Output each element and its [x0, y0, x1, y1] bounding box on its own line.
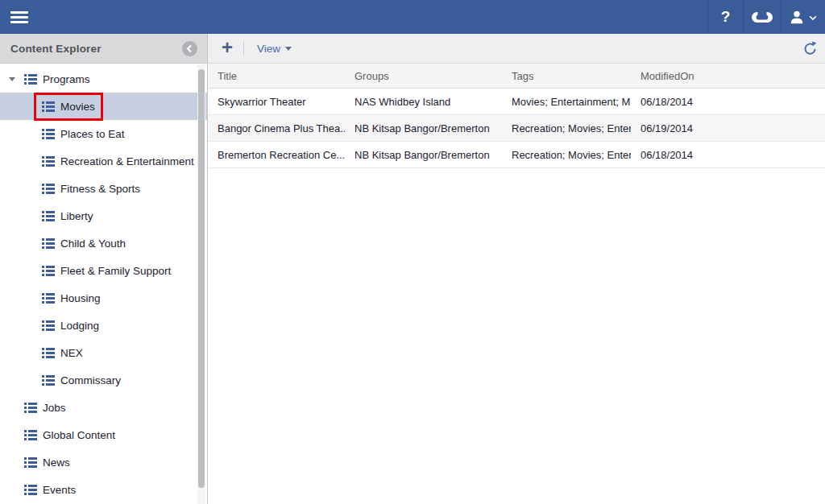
content-list-icon — [42, 156, 55, 167]
tree-item-label: Liberty — [60, 210, 93, 222]
tree-item-fitness-sports[interactable]: Fitness & Sports — [0, 175, 207, 202]
content-list-icon — [24, 485, 37, 495]
tree-item-label: Recreation & Entertainment — [60, 155, 194, 167]
cell-modified-on: 06/19/2014 — [631, 122, 825, 134]
add-button[interactable]: + — [222, 39, 233, 57]
tree-item-news[interactable]: News — [0, 448, 207, 476]
chevron-down-icon — [809, 10, 817, 24]
tree-item-fleet-family-support[interactable]: Fleet & Family Support — [0, 257, 207, 284]
tree-item-lodging[interactable]: Lodging — [0, 312, 207, 339]
tree-item-label: Global Content — [43, 429, 115, 441]
menu-hamburger-icon[interactable] — [10, 11, 28, 23]
tree-item-movies[interactable]: Movies — [0, 93, 207, 120]
tree-item-label: Housing — [60, 292, 101, 304]
content-list-icon — [42, 101, 55, 112]
content-list-icon — [42, 266, 55, 276]
column-header-tags[interactable]: Tags — [502, 70, 631, 82]
table-row[interactable]: Bremerton Recreation Ce... NB Kitsap Ban… — [208, 142, 825, 168]
tree-item-places-to-eat[interactable]: Places to Eat — [0, 120, 207, 147]
cell-title: Skywarrior Theater — [208, 96, 345, 108]
grid-header-row: TitleGroupsTagsModifiedOn — [208, 64, 825, 89]
cell-tags: Recreation; Movies; Enter... — [502, 149, 631, 161]
tree-item-nex[interactable]: NEX — [0, 339, 207, 366]
tree-item-liberty[interactable]: Liberty — [0, 202, 207, 229]
tree-item-commissary[interactable]: Commissary — [0, 366, 207, 394]
sidebar-title: Content Explorer — [10, 43, 102, 55]
user-menu-button[interactable] — [781, 0, 825, 34]
tree-item-recreation-entertainment[interactable]: Recreation & Entertainment — [0, 147, 207, 175]
refresh-icon — [802, 41, 818, 56]
sidebar-scrollbar-track[interactable] — [197, 64, 205, 504]
grid-body: Skywarrior Theater NAS Whidbey Island Mo… — [208, 89, 825, 168]
content-list-icon — [24, 74, 37, 85]
cell-groups: NAS Whidbey Island — [345, 96, 502, 108]
cell-tags: Movies; Entertainment; M... — [502, 96, 631, 108]
cell-groups: NB Kitsap Bangor/Bremerton — [345, 122, 502, 134]
tree-item-events[interactable]: Events — [0, 476, 207, 503]
annotation-highlight: Movies — [36, 95, 101, 118]
content-list-icon — [42, 320, 55, 331]
content-list-icon — [24, 430, 37, 440]
cell-title: Bremerton Recreation Ce... — [208, 149, 345, 161]
tree-item-label: NEX — [60, 347, 83, 359]
cell-modified-on: 06/18/2014 — [631, 96, 825, 108]
cell-groups: NB Kitsap Bangor/Bremerton — [345, 149, 502, 161]
toolbar-divider — [243, 41, 244, 56]
tree-item-label: Fleet & Family Support — [60, 265, 171, 277]
content-list-icon — [24, 457, 37, 468]
content-list-icon — [42, 184, 55, 194]
sidebar-header: Content Explorer — [0, 34, 207, 64]
results-grid: TitleGroupsTagsModifiedOn Skywarrior The… — [208, 64, 825, 504]
content-list-icon — [42, 348, 55, 358]
tree-item-label: News — [43, 456, 70, 469]
content-list-icon — [42, 129, 55, 139]
app-window: ? — [0, 0, 825, 504]
topbar-actions: ? — [707, 0, 825, 34]
tree-item-programs[interactable]: Programs — [0, 65, 207, 93]
phone-handset-icon — [752, 12, 773, 23]
table-row[interactable]: Bangor Cinema Plus Thea... NB Kitsap Ban… — [208, 115, 825, 142]
tree-item-housing[interactable]: Housing — [0, 284, 207, 312]
tree-item-label: Commissary — [60, 374, 121, 386]
help-icon: ? — [721, 8, 731, 26]
sidebar: Content Explorer — [0, 34, 208, 504]
column-header-groups[interactable]: Groups — [345, 70, 502, 82]
content-list-icon — [42, 238, 55, 249]
content-list-icon — [24, 403, 37, 413]
main-content: + View TitleGroupsTagsModifiedOn — [208, 34, 825, 504]
cell-title: Bangor Cinema Plus Thea... — [208, 122, 345, 134]
tree-item-jobs[interactable]: Jobs — [0, 394, 207, 421]
content-list-icon — [42, 293, 55, 304]
tree-item-label: Child & Youth — [60, 238, 126, 250]
content-list-icon — [42, 375, 55, 386]
sidebar-collapse-button[interactable] — [182, 41, 197, 56]
tree-item-global-content[interactable]: Global Content — [0, 421, 207, 448]
phone-button[interactable] — [743, 0, 781, 34]
person-icon — [790, 10, 805, 24]
tree-item-label: Movies — [60, 101, 95, 113]
tree-item-label: Lodging — [60, 320, 99, 332]
sidebar-scrollbar-thumb[interactable] — [198, 69, 205, 488]
cell-tags: Recreation; Movies; Enter... — [502, 122, 631, 134]
chevron-down-icon — [285, 47, 292, 51]
tree-item-label: Jobs — [43, 402, 66, 414]
view-dropdown[interactable]: View — [257, 43, 292, 55]
tree-item-child-youth[interactable]: Child & Youth — [0, 229, 207, 257]
toolbar: + View — [208, 34, 825, 64]
chevron-left-icon — [185, 44, 194, 53]
tree-item-label: Places to Eat — [60, 128, 125, 140]
topbar: ? — [0, 0, 825, 34]
tree-item-label: Programs — [43, 73, 90, 85]
help-button[interactable]: ? — [707, 0, 743, 34]
table-row[interactable]: Skywarrior Theater NAS Whidbey Island Mo… — [208, 89, 825, 115]
tree-item-label: Events — [43, 484, 76, 496]
tree-item-label: Fitness & Sports — [60, 183, 140, 195]
column-header-title[interactable]: Title — [208, 70, 345, 82]
view-dropdown-label: View — [257, 43, 280, 55]
content-list-icon — [42, 211, 55, 221]
column-header-modifiedon[interactable]: ModifiedOn — [631, 70, 825, 82]
expand-caret-icon[interactable] — [6, 77, 19, 81]
content-tree: Programs Movies — [0, 64, 207, 504]
refresh-button[interactable] — [802, 41, 818, 56]
cell-modified-on: 06/18/2014 — [631, 149, 825, 161]
